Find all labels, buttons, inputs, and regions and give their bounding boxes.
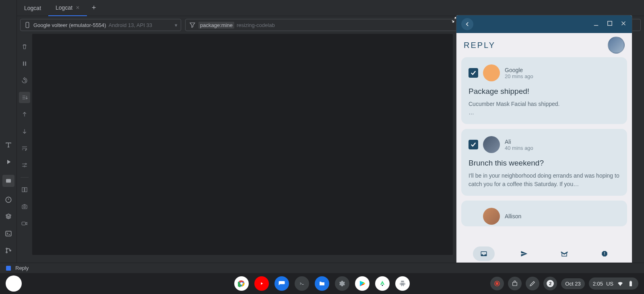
android-studio-icon[interactable] [375,276,390,291]
svg-rect-15 [22,222,25,225]
nav-send-icon[interactable] [513,246,535,261]
tab-logcat-2[interactable]: Logcat✕ [48,0,87,16]
tote-icon[interactable] [508,277,522,290]
nav-drafts-icon[interactable] [553,246,575,261]
svg-rect-2 [6,231,11,236]
sender-name: Google [505,67,533,73]
svg-rect-24 [630,282,632,286]
filter-package: package:mine [198,22,234,29]
youtube-icon[interactable] [254,276,269,291]
bottom-label: Reply [15,265,29,271]
svg-rect-6 [26,22,29,28]
tab-logcat-1[interactable]: Logcat [17,0,48,16]
app-run-icon [5,265,12,272]
close-icon[interactable]: ✕ [76,5,80,10]
messages-icon[interactable] [275,276,289,291]
date-pill[interactable]: Oct 23 [561,278,584,289]
settings-app-icon[interactable] [335,276,349,291]
minimize-icon[interactable] [592,20,600,29]
app-title: REPLY [464,41,495,50]
sender-name: Ali [505,139,533,145]
logcat-tool-icon[interactable] [2,175,14,187]
text-tool-icon[interactable] [4,141,12,149]
files-icon[interactable] [315,276,329,291]
problems-icon[interactable] [4,196,12,204]
record-icon[interactable] [19,218,30,229]
chevron-down-icon: ▾ [175,22,178,28]
vcs-icon[interactable] [4,246,12,255]
svg-point-10 [24,166,25,167]
profile-avatar[interactable] [608,37,625,54]
svg-point-3 [6,248,7,249]
log-output[interactable] [32,34,453,255]
nav-inbox-icon[interactable] [473,246,495,261]
email-preview: I'll be in your neighborhood doing erran… [469,172,620,188]
svg-rect-25 [630,281,632,282]
email-card[interactable]: Ali 40 mins ago Brunch this weekend? I'l… [461,129,627,196]
launcher-button[interactable] [6,275,22,292]
scroll-end-icon[interactable] [19,92,30,103]
svg-point-19 [240,282,243,285]
svg-rect-12 [25,188,27,192]
device-name: Google volteer (emulator-5554) [33,22,106,28]
clear-icon[interactable] [19,41,30,52]
svg-rect-17 [6,266,11,271]
play-store-icon[interactable] [355,276,369,291]
sender-time: 20 mins ago [505,73,533,79]
nav-spam-icon[interactable] [594,246,615,261]
checkbox-icon[interactable] [469,140,478,149]
email-subject: Brunch this weekend? [469,159,620,168]
add-tab-button[interactable]: + [87,4,101,12]
wrap-icon[interactable] [19,143,30,154]
filter-icon [189,21,196,29]
svg-point-5 [10,250,11,251]
filter-text: resizing-codelab [237,22,275,28]
terminal-icon[interactable] [4,230,12,238]
svg-rect-11 [22,188,24,192]
device-selector[interactable]: Google volteer (emulator-5554) Android 1… [20,19,181,31]
svg-rect-0 [6,179,11,183]
android-icon[interactable] [395,276,410,291]
svg-rect-8 [25,62,26,66]
status-pill[interactable]: 2:05 US [589,277,638,290]
notif-badge[interactable]: 2 [543,277,557,290]
pen-icon[interactable] [526,277,539,290]
prev-icon[interactable] [19,109,30,120]
tab-label: Logcat [24,5,41,11]
chrome-icon[interactable] [234,276,249,291]
svg-rect-13 [22,205,27,209]
wifi-icon [617,280,624,287]
tab-label: Logcat [56,4,72,11]
device-info: Android 13, API 33 [109,22,152,28]
emulator-titlebar[interactable] [456,15,632,33]
email-card[interactable]: Allison [461,201,627,226]
battery-icon [627,280,634,287]
sender-avatar [483,64,500,81]
next-icon[interactable] [19,126,30,137]
sender-avatar [483,208,500,225]
screenshot-icon[interactable] [19,201,30,212]
settings-view-icon[interactable] [19,159,30,171]
maximize-icon[interactable] [606,20,613,29]
resources-icon[interactable] [4,213,12,221]
email-card[interactable]: Google 20 mins ago Package shipped! Cucu… [461,57,627,124]
split-icon[interactable] [19,184,30,195]
sender-avatar [483,136,500,153]
device-icon [24,21,31,29]
email-subject: Package shipped! [469,87,620,96]
svg-point-14 [24,206,26,208]
restart-icon[interactable] [19,75,30,86]
svg-point-20 [382,285,383,286]
svg-rect-22 [496,283,498,285]
svg-point-9 [25,164,27,165]
close-icon[interactable] [620,20,627,29]
run-icon[interactable] [4,158,12,166]
sender-name: Allison [505,213,521,219]
terminal-app-icon[interactable] [295,276,309,291]
stop-record-icon[interactable] [490,277,504,290]
pause-icon[interactable] [19,58,30,69]
svg-rect-7 [23,62,24,66]
back-button[interactable] [461,18,473,30]
svg-point-4 [6,252,7,253]
checkbox-icon[interactable] [469,68,478,78]
